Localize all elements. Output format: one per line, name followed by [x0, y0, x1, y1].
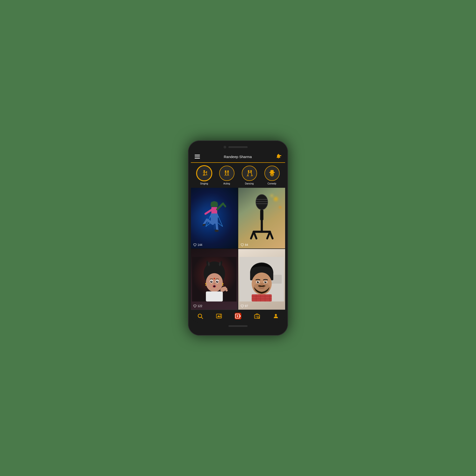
svg-rect-0 — [280, 155, 281, 156]
grid-item-guy[interactable]: 97 — [238, 249, 285, 310]
svg-point-1 — [203, 170, 205, 172]
svg-point-44 — [215, 230, 219, 232]
notification-button[interactable] — [276, 153, 281, 160]
dance-visual — [191, 188, 238, 249]
nav-profile[interactable] — [271, 312, 281, 320]
svg-line-41 — [217, 204, 223, 209]
nav-gallery[interactable] — [214, 312, 224, 320]
svg-line-10 — [205, 172, 206, 172]
svg-line-101 — [201, 317, 203, 319]
phone-speaker — [228, 146, 248, 148]
grid-item-dance[interactable]: 144 — [191, 188, 238, 249]
svg-point-89 — [258, 281, 259, 282]
svg-line-43 — [206, 210, 212, 214]
svg-point-79 — [225, 289, 227, 291]
svg-point-30 — [270, 172, 274, 176]
svg-point-63 — [211, 281, 212, 282]
comedy-circle — [264, 166, 280, 181]
svg-point-112 — [275, 314, 277, 316]
header-title: Randeep Sharma — [224, 155, 252, 159]
like-count-guy: 97 — [241, 305, 248, 308]
like-count-mic: 84 — [241, 243, 248, 247]
nav-jobs[interactable]: JOB — [252, 312, 262, 320]
svg-point-11 — [225, 170, 226, 172]
like-count-girl: 122 — [193, 305, 202, 308]
phone-bottom-bar — [191, 322, 285, 330]
svg-point-74 — [214, 278, 215, 279]
acting-label: Acting — [223, 182, 230, 185]
svg-point-69 — [213, 286, 215, 287]
nav-search[interactable] — [195, 312, 205, 320]
category-dancing[interactable]: Dancing — [242, 166, 257, 185]
svg-point-31 — [271, 174, 272, 175]
comedy-label: Comedy — [268, 182, 276, 185]
singing-label: Singing — [200, 182, 208, 185]
svg-rect-93 — [252, 294, 272, 302]
svg-point-32 — [272, 174, 273, 175]
phone-camera — [224, 146, 226, 148]
svg-point-71 — [205, 285, 206, 286]
add-video-icon[interactable] — [235, 313, 241, 319]
svg-point-103 — [220, 315, 221, 316]
svg-line-25 — [248, 175, 249, 176]
singing-circle — [197, 166, 212, 181]
guy-visual — [238, 249, 285, 310]
svg-rect-50 — [260, 209, 263, 220]
category-section: Singing — [191, 163, 285, 188]
bottom-navigation: JOB — [191, 310, 285, 322]
svg-line-40 — [217, 224, 217, 230]
mic-visual — [238, 188, 285, 249]
dancing-circle — [242, 166, 257, 181]
phone-top-bar — [191, 143, 285, 151]
svg-point-46 — [256, 194, 268, 209]
nav-add-video[interactable] — [233, 312, 243, 320]
svg-point-73 — [222, 285, 223, 286]
category-singing[interactable]: Singing — [197, 166, 212, 185]
content-grid: 144 — [191, 188, 285, 310]
category-acting[interactable]: Acting — [219, 166, 235, 185]
menu-button[interactable] — [195, 155, 200, 158]
svg-rect-29 — [270, 170, 274, 172]
svg-line-18 — [225, 174, 226, 176]
phone-device: Randeep Sharma — [188, 140, 288, 336]
app-header: Randeep Sharma — [191, 151, 285, 163]
svg-point-67 — [214, 283, 215, 284]
svg-point-60 — [206, 273, 223, 292]
svg-point-72 — [222, 283, 223, 284]
svg-point-22 — [248, 170, 249, 172]
svg-line-27 — [252, 175, 253, 176]
svg-point-70 — [205, 283, 206, 284]
phone-screen: Randeep Sharma — [191, 151, 285, 322]
svg-rect-84 — [271, 272, 273, 280]
like-count-dance: 144 — [193, 243, 202, 247]
svg-point-23 — [250, 170, 252, 172]
svg-point-12 — [227, 170, 229, 172]
svg-rect-75 — [206, 291, 223, 302]
svg-point-66 — [217, 281, 218, 282]
app-container: Randeep Sharma — [191, 151, 285, 322]
svg-rect-83 — [250, 272, 253, 280]
grid-item-girl[interactable]: 122 — [191, 249, 238, 310]
phone-home-indicator — [228, 325, 248, 327]
dancing-label: Dancing — [245, 182, 254, 185]
acting-circle — [219, 166, 235, 181]
svg-point-92 — [265, 281, 266, 282]
girl-visual — [191, 249, 238, 310]
svg-line-39 — [204, 220, 207, 224]
grid-item-mic[interactable]: 84 — [238, 188, 285, 249]
svg-line-42 — [223, 204, 225, 206]
svg-rect-36 — [211, 207, 217, 214]
svg-line-20 — [228, 174, 229, 176]
category-comedy[interactable]: Comedy — [264, 166, 280, 185]
svg-text:JOB: JOB — [255, 316, 258, 318]
